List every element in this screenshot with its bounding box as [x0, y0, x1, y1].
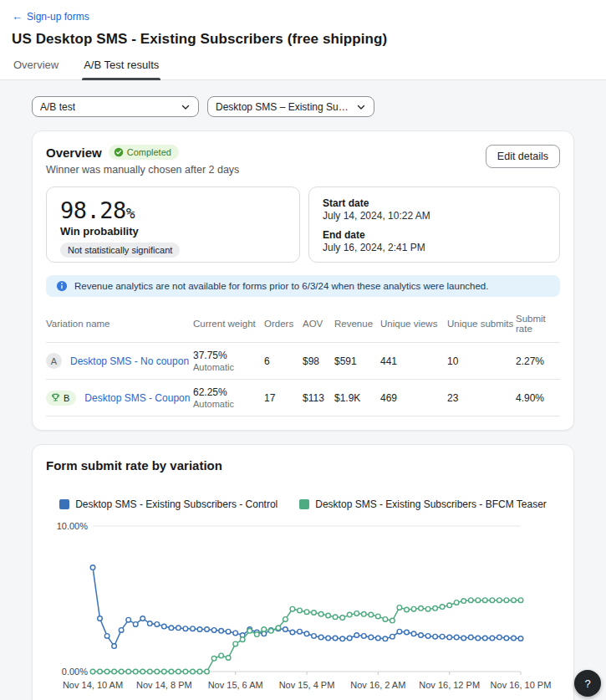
data-point[interactable] [183, 626, 188, 631]
data-point[interactable] [354, 633, 359, 638]
data-point[interactable] [197, 627, 202, 632]
data-point[interactable] [447, 603, 452, 608]
data-point[interactable] [283, 627, 288, 632]
data-point[interactable] [169, 669, 174, 674]
data-point[interactable] [162, 669, 167, 674]
data-point[interactable] [447, 635, 452, 640]
data-point[interactable] [469, 635, 474, 640]
data-point[interactable] [219, 653, 224, 658]
data-point[interactable] [169, 626, 174, 631]
data-point[interactable] [497, 635, 502, 640]
data-point[interactable] [119, 669, 124, 674]
data-point[interactable] [191, 626, 196, 631]
tab-overview[interactable]: Overview [12, 59, 60, 79]
variation-b-link[interactable]: Desktop SMS - Coupon [84, 392, 190, 404]
data-point[interactable] [312, 634, 317, 639]
data-point[interactable] [140, 616, 145, 621]
data-point[interactable] [98, 616, 103, 621]
data-point[interactable] [376, 614, 381, 619]
data-point[interactable] [490, 636, 495, 641]
data-point[interactable] [433, 634, 438, 639]
data-point[interactable] [518, 598, 523, 603]
data-point[interactable] [362, 634, 367, 639]
data-point[interactable] [383, 636, 388, 641]
data-point[interactable] [347, 636, 352, 641]
data-point[interactable] [211, 657, 216, 662]
data-point[interactable] [397, 629, 402, 634]
data-point[interactable] [148, 669, 153, 674]
data-point[interactable] [376, 636, 381, 641]
data-point[interactable] [476, 636, 481, 641]
data-point[interactable] [104, 634, 109, 639]
data-point[interactable] [98, 669, 103, 674]
data-point[interactable] [326, 636, 331, 641]
data-point[interactable] [126, 669, 131, 674]
data-point[interactable] [290, 606, 295, 611]
data-point[interactable] [390, 618, 395, 623]
data-point[interactable] [497, 598, 502, 603]
data-point[interactable] [354, 611, 359, 616]
data-point[interactable] [233, 641, 238, 646]
data-point[interactable] [433, 606, 438, 611]
data-point[interactable] [298, 629, 303, 634]
data-point[interactable] [276, 626, 281, 631]
data-point[interactable] [512, 636, 517, 641]
data-point[interactable] [197, 669, 202, 674]
data-point[interactable] [104, 669, 109, 674]
data-point[interactable] [347, 612, 352, 617]
data-point[interactable] [298, 608, 303, 613]
data-point[interactable] [490, 598, 495, 603]
data-point[interactable] [312, 611, 317, 616]
data-point[interactable] [247, 629, 252, 634]
data-point[interactable] [411, 606, 416, 611]
data-point[interactable] [419, 633, 424, 638]
data-point[interactable] [90, 669, 95, 674]
data-point[interactable] [133, 622, 138, 627]
data-point[interactable] [440, 634, 445, 639]
data-point[interactable] [476, 598, 481, 603]
data-point[interactable] [176, 626, 181, 631]
data-point[interactable] [405, 607, 410, 612]
data-point[interactable] [226, 629, 231, 634]
data-point[interactable] [461, 636, 466, 641]
data-point[interactable] [504, 598, 509, 603]
report-type-select[interactable]: A/B test [32, 96, 199, 117]
data-point[interactable] [454, 600, 459, 605]
data-point[interactable] [155, 622, 160, 627]
data-point[interactable] [469, 598, 474, 603]
data-point[interactable] [512, 598, 517, 603]
data-point[interactable] [326, 613, 331, 618]
data-point[interactable] [205, 627, 210, 632]
data-point[interactable] [183, 669, 188, 674]
data-point[interactable] [369, 635, 374, 640]
data-point[interactable] [133, 669, 138, 674]
data-point[interactable] [518, 636, 523, 641]
data-point[interactable] [140, 669, 145, 674]
data-point[interactable] [419, 606, 424, 611]
data-point[interactable] [318, 635, 323, 640]
data-point[interactable] [340, 636, 345, 641]
data-point[interactable] [148, 621, 153, 626]
data-point[interactable] [304, 610, 309, 615]
data-point[interactable] [290, 630, 295, 635]
help-button[interactable]: ? [574, 670, 601, 697]
data-point[interactable] [162, 624, 167, 629]
data-point[interactable] [397, 605, 402, 611]
data-point[interactable] [205, 669, 210, 674]
variation-a-link[interactable]: Desktop SMS - No coupon [70, 355, 189, 367]
data-point[interactable] [483, 598, 488, 603]
data-point[interactable] [240, 637, 245, 642]
data-point[interactable] [262, 627, 267, 632]
back-link[interactable]: ← Sign-up forms [12, 11, 89, 23]
data-point[interactable] [255, 632, 260, 637]
data-point[interactable] [362, 612, 367, 617]
data-point[interactable] [483, 636, 488, 641]
data-point[interactable] [112, 669, 117, 674]
data-point[interactable] [304, 631, 309, 636]
data-point[interactable] [333, 636, 338, 641]
data-point[interactable] [383, 617, 388, 622]
data-point[interactable] [440, 605, 445, 610]
data-point[interactable] [119, 628, 124, 633]
edit-details-button[interactable]: Edit details [486, 145, 560, 168]
variation-filter-select[interactable]: Desktop SMS – Existing Subscribers T... [207, 96, 374, 117]
